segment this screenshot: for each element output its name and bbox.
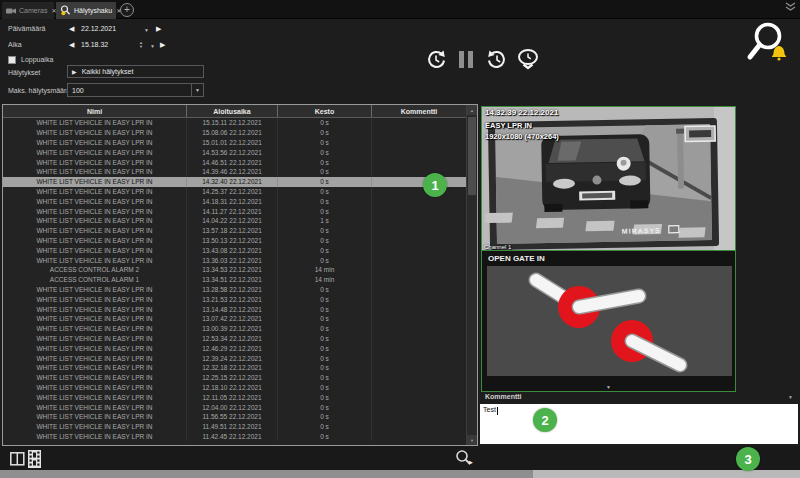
table-row[interactable]: WHITE LIST VEHICLE IN EASY LPR IN 15.15.… <box>3 118 466 128</box>
date-dropdown-icon[interactable]: ▼ <box>144 27 149 33</box>
chevron-down-icon[interactable]: ▼ <box>191 84 203 96</box>
row-name: WHITE LIST VEHICLE IN EASY LPR IN <box>3 324 187 334</box>
alarms-select[interactable]: ▶ Kaikki hälytykset <box>67 65 204 78</box>
table-row[interactable]: WHITE LIST VEHICLE IN EASY LPR IN 12.46.… <box>3 343 466 353</box>
gate-graphic[interactable] <box>487 266 732 376</box>
row-duration: 14 min <box>278 275 372 285</box>
table-row[interactable]: WHITE LIST VEHICLE IN EASY LPR IN 13.21.… <box>3 294 466 304</box>
time-dropdown-icon[interactable]: ▼ <box>150 43 155 49</box>
table-row[interactable]: WHITE LIST VEHICLE IN EASY LPR IN 11.56.… <box>3 412 466 422</box>
table-row[interactable]: WHITE LIST VEHICLE IN EASY LPR IN 13.57.… <box>3 226 466 236</box>
table-row[interactable]: WHITE LIST VEHICLE IN EASY LPR IN 13.50.… <box>3 236 466 246</box>
row-start-time: 13.34.53 22.12.2021 <box>187 265 278 275</box>
row-name: WHITE LIST VEHICLE IN EASY LPR IN <box>3 392 187 402</box>
tab-overflow-icon[interactable] <box>785 2 796 12</box>
table-row[interactable]: WHITE LIST VEHICLE IN EASY LPR IN 12.39.… <box>3 353 466 363</box>
row-comment <box>372 206 466 216</box>
endtime-label: Loppuaika <box>21 56 53 63</box>
table-row[interactable]: WHITE LIST VEHICLE IN EASY LPR IN 15.08.… <box>3 128 466 138</box>
row-start-time: 13.34.51 22.12.2021 <box>187 275 278 285</box>
chevron-down-icon[interactable]: ▼ <box>788 394 793 400</box>
max-alarms-combobox[interactable]: 100 ▼ <box>67 83 204 97</box>
layout-view-button[interactable] <box>10 452 25 466</box>
row-duration: 0 s <box>278 422 372 432</box>
table-row[interactable]: ACCESS CONTROL ALARM 1 13.34.51 22.12.20… <box>3 275 466 285</box>
column-header-kesto[interactable]: Kesto <box>278 105 372 117</box>
table-row[interactable]: WHITE LIST VEHICLE IN EASY LPR IN 14.18.… <box>3 196 466 206</box>
table-row[interactable]: WHITE LIST VEHICLE IN EASY LPR IN 13.14.… <box>3 304 466 314</box>
table-row[interactable]: WHITE LIST VEHICLE IN EASY LPR IN 12.53.… <box>3 334 466 344</box>
table-row[interactable]: WHITE LIST VEHICLE IN EASY LPR IN 14.32.… <box>3 177 466 187</box>
time-spinner[interactable]: ▲ ▼ <box>139 41 143 49</box>
table-row[interactable]: WHITE LIST VEHICLE IN EASY LPR IN 11.42.… <box>3 432 466 442</box>
table-row[interactable]: WHITE LIST VEHICLE IN EASY LPR IN 12.32.… <box>3 363 466 373</box>
scroll-up-icon[interactable]: ▲ <box>467 105 477 115</box>
table-row[interactable]: WHITE LIST VEHICLE IN EASY LPR IN 11.49.… <box>3 422 466 432</box>
table-row[interactable]: WHITE LIST VEHICLE IN EASY LPR IN 13.07.… <box>3 314 466 324</box>
table-row[interactable]: WHITE LIST VEHICLE IN EASY LPR IN 13.36.… <box>3 255 466 265</box>
time-value[interactable]: 15.18.32 <box>81 41 108 48</box>
tab-alarm-search[interactable]: Hälytyshaku ✕ <box>56 2 116 19</box>
table-row[interactable]: WHITE LIST VEHICLE IN EASY LPR IN 13.43.… <box>3 245 466 255</box>
table-row[interactable]: WHITE LIST VEHICLE IN EASY LPR IN 14.39.… <box>3 167 466 177</box>
column-header-aloitusaika[interactable]: Aloitusaika <box>187 105 278 117</box>
row-name: WHITE LIST VEHICLE IN EASY LPR IN <box>3 245 187 255</box>
row-comment <box>372 236 466 246</box>
row-start-time: 15.15.11 22.12.2021 <box>187 118 278 128</box>
step-back-time-button[interactable] <box>425 49 447 71</box>
step-forward-time-button[interactable] <box>486 49 508 71</box>
filmstrip-view-button[interactable] <box>28 450 41 468</box>
table-row[interactable]: WHITE LIST VEHICLE IN EASY LPR IN 13.00.… <box>3 324 466 334</box>
date-prev-button[interactable]: ◀ <box>69 25 74 33</box>
row-name: WHITE LIST VEHICLE IN EASY LPR IN <box>3 304 187 314</box>
table-row[interactable]: WHITE LIST VEHICLE IN EASY LPR IN 14.04.… <box>3 216 466 226</box>
row-name: WHITE LIST VEHICLE IN EASY LPR IN <box>3 255 187 265</box>
row-duration: 0 s <box>278 128 372 138</box>
row-comment <box>372 226 466 236</box>
table-row[interactable]: WHITE LIST VEHICLE IN EASY LPR IN 14.25.… <box>3 187 466 197</box>
date-value[interactable]: 22.12.2021 <box>81 25 116 32</box>
row-duration: 0 s <box>278 334 372 344</box>
table-row[interactable]: WHITE LIST VEHICLE IN EASY LPR IN 12.25.… <box>3 373 466 383</box>
scrollbar-thumb[interactable] <box>468 117 476 195</box>
expand-chevron-icon[interactable]: ▼ <box>482 384 735 390</box>
date-next-button[interactable]: ▶ <box>156 25 161 33</box>
table-row[interactable]: WHITE LIST VEHICLE IN EASY LPR IN 14.53.… <box>3 147 466 157</box>
endtime-checkbox[interactable] <box>8 56 16 64</box>
table-scrollbar[interactable]: ▲ ▼ <box>466 105 477 445</box>
row-start-time: 13.14.48 22.12.2021 <box>187 304 278 314</box>
time-next-button[interactable]: ▶ <box>160 41 165 49</box>
row-comment <box>372 147 466 157</box>
row-start-time: 14.46.51 22.12.2021 <box>187 157 278 167</box>
pause-button[interactable] <box>459 51 474 68</box>
column-header-nimi[interactable]: Nimi <box>3 105 187 117</box>
table-row[interactable]: WHITE LIST VEHICLE IN EASY LPR IN 12.18.… <box>3 383 466 393</box>
table-row[interactable]: ACCESS CONTROL ALARM 2 13.34.53 22.12.20… <box>3 265 466 275</box>
jump-to-latest-button[interactable] <box>516 49 540 71</box>
table-row[interactable]: WHITE LIST VEHICLE IN EASY LPR IN 14.46.… <box>3 157 466 167</box>
time-prev-button[interactable]: ◀ <box>69 41 74 49</box>
table-row[interactable]: WHITE LIST VEHICLE IN EASY LPR IN 14.11.… <box>3 206 466 216</box>
row-start-time: 12.11.05 22.12.2021 <box>187 392 278 402</box>
row-name: WHITE LIST VEHICLE IN EASY LPR IN <box>3 187 187 197</box>
play-search-icon[interactable]: ▶ <box>469 459 473 465</box>
row-duration: 0 s <box>278 255 372 265</box>
row-comment <box>372 255 466 265</box>
camera-preview[interactable]: MIRASYS 14.32.39 22.12.2021 EASY LPR IN … <box>481 106 736 251</box>
search-alarms-button[interactable] <box>746 21 794 65</box>
table-row[interactable]: WHITE LIST VEHICLE IN EASY LPR IN 12.11.… <box>3 392 466 402</box>
row-name: WHITE LIST VEHICLE IN EASY LPR IN <box>3 128 187 138</box>
column-header-kommentti[interactable]: Kommentti <box>372 105 466 117</box>
row-name: WHITE LIST VEHICLE IN EASY LPR IN <box>3 167 187 177</box>
new-tab-button[interactable]: + <box>120 3 134 17</box>
row-name: WHITE LIST VEHICLE IN EASY LPR IN <box>3 422 187 432</box>
table-row[interactable]: WHITE LIST VEHICLE IN EASY LPR IN 13.28.… <box>3 285 466 295</box>
tab-cameras[interactable]: Cameras ✕ <box>2 2 54 19</box>
row-start-time: 15.08.06 22.12.2021 <box>187 128 278 138</box>
comment-input[interactable]: Test <box>480 404 798 444</box>
table-row[interactable]: WHITE LIST VEHICLE IN EASY LPR IN 12.04.… <box>3 402 466 412</box>
table-row[interactable]: WHITE LIST VEHICLE IN EASY LPR IN 15.01.… <box>3 138 466 148</box>
scroll-down-icon[interactable]: ▼ <box>467 435 477 445</box>
preview-timestamp: 14.32.39 22.12.2021 <box>485 108 558 117</box>
row-duration: 0 s <box>278 187 372 197</box>
